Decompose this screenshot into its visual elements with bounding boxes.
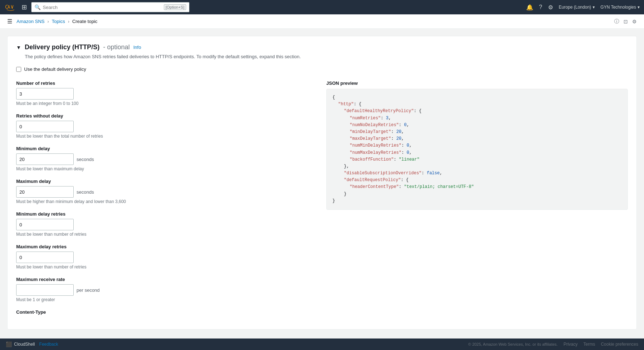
main-content: ▼ Delivery policy (HTTP/S) - optional In…: [0, 29, 644, 350]
maximum-delay-retries-hint: Must be lower than number of retries: [16, 264, 318, 270]
minimum-delay-input[interactable]: [16, 153, 74, 165]
retries-without-delay-label: Retries without delay: [16, 113, 318, 119]
maximum-delay-label: Maximum delay: [16, 179, 318, 184]
notifications-icon[interactable]: 🔔: [526, 4, 533, 11]
collapse-icon[interactable]: ▼: [16, 45, 21, 50]
num-retries-input-row: [16, 88, 318, 100]
breadcrumb-bar: ☰ Amazon SNS › Topics › Create topic ⓘ ⊡…: [0, 14, 644, 29]
info-circle-icon[interactable]: ⓘ: [614, 18, 619, 25]
json-preview-label: JSON preview: [326, 80, 628, 86]
minimum-delay-retries-group: Minimum delay retries Must be lower than…: [16, 211, 318, 237]
grid-icon[interactable]: ⊞: [22, 3, 27, 11]
maximum-delay-suffix: seconds: [77, 189, 94, 195]
num-retries-group: Number of retries Must be an integer fro…: [16, 80, 318, 106]
retries-without-delay-group: Retries without delay Must be lower than…: [16, 113, 318, 139]
breadcrumb-sep-2: ›: [68, 19, 69, 24]
support-icon[interactable]: ?: [539, 4, 542, 10]
content-type-label: Content-Type: [16, 309, 318, 315]
json-preview-box: { "http": { "defaultHealthyRetryPolicy":…: [326, 89, 628, 210]
search-bar: 🔍 [Option+S]: [31, 2, 189, 12]
num-retries-hint: Must be an integer from 0 to 100: [16, 101, 318, 106]
maximum-receive-rate-suffix: per second: [77, 287, 100, 293]
num-retries-label: Number of retries: [16, 80, 318, 86]
account-selector[interactable]: GYN Technologies ▾: [601, 5, 640, 10]
hamburger-icon[interactable]: ☰: [7, 18, 12, 25]
minimum-delay-retries-label: Minimum delay retries: [16, 211, 318, 217]
footer-copyright: © 2025, Amazon Web Services, Inc. or its…: [468, 342, 558, 346]
section-header: ▼ Delivery policy (HTTP/S) - optional In…: [16, 43, 628, 51]
info-link[interactable]: Info: [133, 45, 141, 50]
footer: ⬛ CloudShell Feedback © 2025, Amazon Web…: [0, 339, 644, 350]
breadcrumb-home[interactable]: Amazon SNS: [17, 19, 45, 24]
content-type-group: Content-Type: [16, 309, 318, 315]
maximum-delay-input[interactable]: [16, 186, 74, 198]
section-description: The policy defines how Amazon SNS retrie…: [25, 54, 628, 59]
region-selector[interactable]: Europe (London) ▾: [559, 5, 595, 10]
settings-view-icon[interactable]: ⚙: [632, 19, 637, 24]
settings-icon[interactable]: ⚙: [548, 4, 553, 11]
aws-logo[interactable]: [4, 3, 17, 11]
section-optional: - optional: [103, 43, 130, 51]
terminal-icon: ⬛: [6, 341, 12, 347]
default-policy-label[interactable]: Use the default delivery policy: [24, 66, 86, 72]
feedback-link[interactable]: Feedback: [39, 342, 58, 347]
top-navigation: ⊞ 🔍 [Option+S] 🔔 ? ⚙ Europe (London) ▾ G…: [0, 0, 644, 14]
search-input[interactable]: [43, 5, 162, 10]
breadcrumb-actions: ⓘ ⊡ ⚙: [614, 18, 637, 25]
breadcrumb-current: Create topic: [72, 19, 97, 24]
minimum-delay-label: Minimum delay: [16, 146, 318, 151]
search-icon: 🔍: [34, 4, 41, 10]
minimum-delay-retries-input[interactable]: [16, 219, 74, 230]
maximum-receive-rate-input-row: per second: [16, 284, 318, 296]
retries-without-delay-hint: Must be lower than the total number of r…: [16, 134, 318, 139]
cookie-preferences-link[interactable]: Cookie preferences: [601, 342, 638, 347]
maximum-delay-group: Maximum delay seconds Must be higher tha…: [16, 179, 318, 204]
maximum-delay-hint: Must be higher than minimum delay and lo…: [16, 199, 318, 204]
minimum-delay-group: Minimum delay seconds Must be lower than…: [16, 146, 318, 171]
split-view-icon[interactable]: ⊡: [624, 19, 628, 24]
maximum-delay-retries-input-row: [16, 252, 318, 263]
footer-right: © 2025, Amazon Web Services, Inc. or its…: [468, 342, 638, 347]
maximum-receive-rate-input[interactable]: [16, 284, 74, 296]
cloudshell-button[interactable]: ⬛ CloudShell: [6, 341, 35, 347]
maximum-receive-rate-label: Maximum receive rate: [16, 277, 318, 282]
retries-without-delay-input[interactable]: [16, 121, 74, 132]
default-policy-checkbox[interactable]: [16, 67, 21, 72]
minimum-delay-hint: Must be lower than maximum delay: [16, 166, 318, 171]
chevron-down-icon: ▾: [593, 5, 595, 10]
minimum-delay-input-row: seconds: [16, 153, 318, 165]
maximum-delay-input-row: seconds: [16, 186, 318, 198]
maximum-delay-retries-group: Maximum delay retries Must be lower than…: [16, 244, 318, 270]
minimum-delay-retries-hint: Must be lower than number of retries: [16, 232, 318, 237]
minimum-delay-retries-input-row: [16, 219, 318, 230]
minimum-delay-suffix: seconds: [77, 157, 94, 162]
breadcrumb-parent[interactable]: Topics: [52, 19, 65, 24]
maximum-receive-rate-group: Maximum receive rate per second Must be …: [16, 277, 318, 302]
default-policy-checkbox-row: Use the default delivery policy: [16, 66, 628, 72]
maximum-delay-retries-input[interactable]: [16, 252, 74, 263]
two-column-layout: Number of retries Must be an integer fro…: [16, 80, 628, 322]
terms-link[interactable]: Terms: [583, 342, 595, 347]
privacy-link[interactable]: Privacy: [564, 342, 578, 347]
search-shortcut: [Option+S]: [164, 4, 186, 10]
delivery-policy-section: ▼ Delivery policy (HTTP/S) - optional In…: [7, 36, 637, 330]
retries-without-delay-input-row: [16, 121, 318, 132]
maximum-receive-rate-hint: Must be 1 or greater: [16, 297, 318, 302]
section-title: Delivery policy (HTTP/S): [25, 43, 100, 51]
maximum-delay-retries-label: Maximum delay retries: [16, 244, 318, 249]
num-retries-input[interactable]: [16, 88, 74, 100]
breadcrumb-sep-1: ›: [47, 19, 49, 24]
form-left-column: Number of retries Must be an integer fro…: [16, 80, 318, 322]
nav-icons: 🔔 ? ⚙ Europe (London) ▾ GYN Technologies…: [526, 4, 640, 11]
json-preview-column: JSON preview { "http": { "defaultHealthy…: [326, 80, 628, 322]
chevron-down-icon: ▾: [638, 5, 640, 10]
